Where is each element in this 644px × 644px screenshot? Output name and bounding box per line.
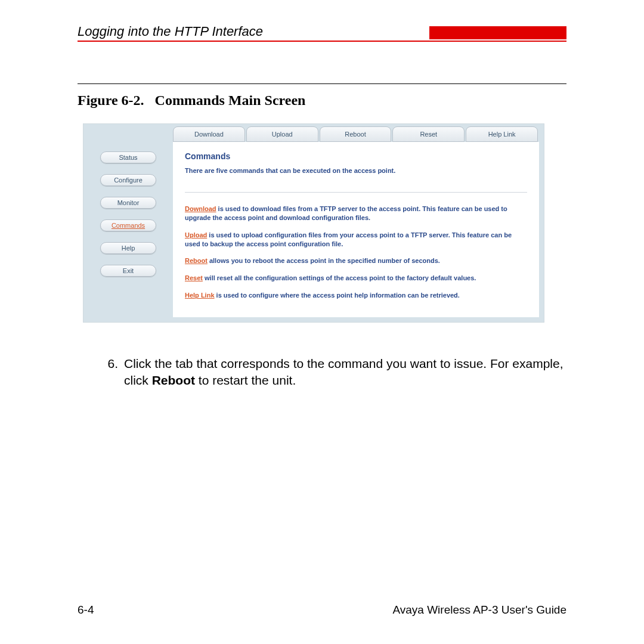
screenshot-divider — [185, 192, 527, 193]
screenshot-heading: Commands — [185, 151, 527, 161]
footer-page-number: 6-4 — [78, 603, 94, 617]
figure-title: Commands Main Screen — [155, 92, 306, 108]
screenshot-command-text: allows you to reboot the access point in… — [208, 257, 440, 264]
instruction-step: 6. Click the tab that corresponds to the… — [78, 355, 566, 389]
screenshot-command-text: is used to upload configuration files fr… — [185, 231, 512, 247]
step-text-after: to restart the unit. — [195, 373, 296, 387]
screenshot-tabs: DownloadUploadRebootResetHelp Link — [173, 126, 539, 142]
step-body: Click the tab that corresponds to the co… — [124, 355, 566, 389]
screenshot-command-description: Reboot allows you to reboot the access p… — [185, 256, 527, 265]
screenshot-command-text: will reset all the configuration setting… — [203, 274, 476, 281]
screenshot-command-description: Upload is used to upload configuration f… — [185, 231, 527, 249]
screenshot-command-link: Upload — [185, 231, 207, 239]
screenshot-tab: Download — [173, 126, 245, 142]
screenshot-sidebar-button: Status — [100, 151, 156, 163]
screenshot-command-description: Download is used to download files from … — [185, 205, 527, 222]
figure-label: Figure 6-2. — [78, 92, 144, 108]
header-accent-bar — [429, 26, 566, 39]
screenshot-intro: There are five commands that can be exec… — [185, 167, 527, 174]
screenshot-command-link: Help Link — [185, 292, 215, 299]
screenshot-command-text: is used to configure where the access po… — [215, 292, 460, 299]
screenshot-content: Commands There are five commands that ca… — [173, 142, 539, 317]
step-number: 6. — [78, 355, 124, 389]
screenshot-sidebar-button: Configure — [100, 174, 156, 186]
screenshot-tab: Help Link — [466, 126, 538, 142]
screenshot-command-text: is used to download files from a TFTP se… — [185, 205, 507, 221]
screenshot-command-description: Reset will reset all the configuration s… — [185, 274, 527, 283]
screenshot-tab: Reset — [392, 126, 465, 142]
screenshot-commands-screen: StatusConfigureMonitorCommandsHelpExit D… — [83, 124, 544, 322]
screenshot-command-description: Help Link is used to configure where the… — [185, 291, 527, 300]
footer-doc-title: Avaya Wireless AP-3 User's Guide — [392, 603, 566, 617]
figure-caption: Figure 6-2. Commands Main Screen — [78, 92, 566, 109]
screenshot-command-link: Download — [185, 205, 216, 212]
screenshot-sidebar: StatusConfigureMonitorCommandsHelpExit — [83, 124, 173, 322]
screenshot-tab: Reboot — [320, 126, 392, 142]
page-header-title: Logging into the HTTP Interface — [78, 24, 263, 39]
screenshot-sidebar-button: Exit — [100, 265, 156, 277]
screenshot-sidebar-button: Commands — [100, 219, 156, 231]
screenshot-tab: Upload — [246, 126, 318, 142]
screenshot-sidebar-button: Monitor — [100, 197, 156, 209]
screenshot-command-link: Reset — [185, 274, 203, 281]
screenshot-sidebar-button: Help — [100, 242, 156, 254]
screenshot-command-link: Reboot — [185, 257, 208, 264]
step-bold: Reboot — [152, 373, 195, 387]
